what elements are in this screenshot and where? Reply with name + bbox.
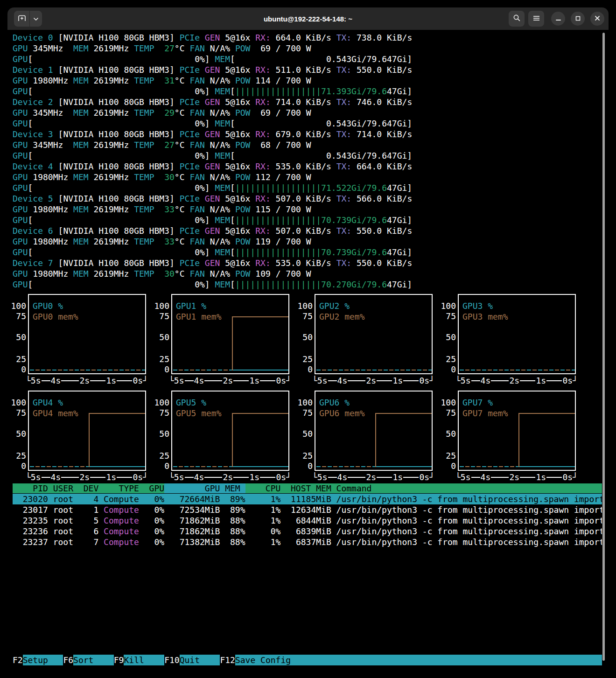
graph-y-tick: 50 [436, 428, 456, 439]
graph-x-tick: 2s [79, 375, 90, 386]
menu-button[interactable] [528, 11, 544, 27]
graph-legend-mem: GPU0 mem% [33, 311, 78, 322]
scrollbar[interactable] [602, 33, 605, 661]
graph-x-axis: └5s4s2s1s0s┘ [312, 472, 434, 482]
device-header-line: Device 1 [NVIDIA H100 80GB HBM3] PCIe GE… [13, 64, 412, 75]
graph-y-tick: 50 [150, 332, 169, 342]
graph-x-tick: 0s┘ [276, 472, 291, 482]
fkey-key-F10: F10 [164, 655, 180, 665]
process-row[interactable]: 23017 root 1 Compute 0% 72534MiB 89% 1% … [13, 504, 602, 515]
graph-x-tick: 2s [509, 375, 519, 386]
graph-x-tick: 4s [194, 375, 204, 386]
graph-x-tick: └5s [26, 472, 41, 482]
close-button[interactable] [590, 12, 604, 26]
graph-x-tick: 2s [223, 472, 233, 482]
new-tab-icon [18, 14, 26, 23]
graph-legend-gpu: GPU3 % [462, 301, 493, 311]
graph-x-tick: 2s [79, 472, 90, 482]
device-clocks-line: GPU 1980MHz MEM 2619MHz TEMP 30°C FAN N/… [13, 268, 412, 279]
graph-legend-gpu: GPU7 % [462, 397, 493, 408]
graph-x-tick: 4s [337, 472, 348, 482]
device-bars-line: GPU[ 0%] MEM[|||||||||||||||||71.393Gi/7… [13, 86, 412, 97]
device-header-line: Device 7 [NVIDIA H100 80GB HBM3] PCIe GE… [13, 258, 412, 268]
graph-y-tick: 100 [150, 301, 169, 311]
graph-x-tick: 4s [481, 472, 491, 482]
fkey-key-F6: F6 [63, 655, 73, 665]
fkey-action-sort[interactable]: Sort [73, 655, 114, 665]
graph-y-tick: 100 [150, 397, 169, 408]
tab-dropdown-button[interactable] [29, 11, 42, 27]
graph-y-tick: 25 [150, 354, 169, 364]
process-row[interactable]: 23236 root 6 Compute 0% 71862MiB 88% 0% … [13, 526, 602, 537]
graph-x-tick: 4s [481, 375, 491, 386]
graph-x-tick: 0s┘ [133, 375, 148, 386]
graph-x-tick: 4s [51, 375, 61, 386]
new-tab-button-group [14, 11, 42, 27]
graph-y-tick: 50 [293, 332, 313, 342]
graph-y-tick: 25 [436, 354, 456, 364]
graph-x-tick: 1s [106, 472, 116, 482]
graph-x-tick: 4s [51, 472, 61, 482]
search-button[interactable] [509, 11, 525, 27]
graph-y-tick: 50 [150, 428, 169, 439]
graph-x-axis: └5s4s2s1s0s┘ [455, 375, 578, 386]
device-bars-line: GPU[ 0%] MEM[|||||||||||||||||70.739Gi/7… [13, 215, 412, 225]
process-row[interactable]: 23237 root 7 Compute 0% 71382MiB 88% 1% … [13, 537, 602, 547]
graph-x-tick: 2s [509, 472, 519, 482]
graph-x-axis: └5s4s2s1s0s┘ [312, 375, 434, 386]
graph-x-axis: └5s4s2s1s0s┘ [169, 375, 291, 386]
device-bars-line: GPU[ 0%] MEM[|||||||||||||||||70.270Gi/7… [13, 279, 412, 290]
graph-x-axis: └5s4s2s1s0s┘ [26, 375, 148, 386]
close-icon [595, 15, 600, 22]
graph-x-tick: 1s [536, 472, 546, 482]
graph-plot-area: GPU0 %GPU0 mem% [28, 294, 146, 374]
graph-y-tick: 50 [7, 332, 26, 342]
graph-y-tick: 50 [293, 428, 313, 439]
fkey-action-save-config[interactable]: Save Config [235, 655, 602, 665]
device-clocks-line: GPU 1980MHz MEM 2619MHz TEMP 30°C FAN N/… [13, 172, 412, 182]
maximize-icon [575, 15, 581, 22]
graph-legend-mem: GPU7 mem% [462, 408, 508, 419]
graph-x-tick: 2s [223, 375, 233, 386]
graph-legend-gpu: GPU5 % [176, 397, 206, 408]
graph-x-tick: └5s [169, 375, 184, 386]
device-header-line: Device 4 [NVIDIA H100 80GB HBM3] PCIe GE… [13, 161, 412, 172]
graph-x-tick: 0s┘ [562, 472, 578, 482]
fkey-action-quit[interactable]: Quit [180, 655, 220, 665]
graph-plot-area: GPU3 %GPU3 mem% [458, 294, 576, 374]
process-row[interactable]: 23235 root 5 Compute 0% 71862MiB 88% 1% … [13, 515, 602, 526]
graph-x-axis: └5s4s2s1s0s┘ [169, 472, 291, 482]
device-bars-line: GPU[ 0%] MEM[ 0.543Gi/79.647Gi] [13, 150, 412, 161]
fkey-action-setup[interactable]: Setup [23, 655, 63, 665]
graph-legend-gpu: GPU0 % [33, 301, 63, 311]
fkey-action-kill[interactable]: Kill [124, 655, 164, 665]
graph-x-tick: 4s [337, 375, 348, 386]
graph-y-tick: 0 [7, 461, 26, 471]
gpu-graph-GPU2: 1007550250GPU2 %GPU2 mem%└5s4s2s1s0s┘ [293, 294, 436, 386]
graph-x-tick: └5s [169, 472, 184, 482]
graph-y-tick: 75 [436, 311, 456, 322]
minimize-button[interactable] [551, 12, 565, 26]
graph-y-tick: 75 [7, 407, 26, 418]
graph-legend-mem: GPU2 mem% [319, 311, 365, 322]
graph-plot-area: GPU5 %GPU5 mem% [171, 391, 289, 471]
minimize-icon [556, 15, 561, 22]
graph-x-tick: 0s┘ [276, 375, 291, 386]
process-row[interactable]: 23020 root 4 Compute 0% 72664MiB 89% 1% … [13, 494, 602, 504]
graph-y-tick: 0 [436, 461, 456, 471]
device-bars-line: GPU[ 0%] MEM[|||||||||||||||||70.739Gi/7… [13, 247, 412, 258]
gpu-graph-GPU7: 1007550250GPU7 %GPU7 mem%└5s4s2s1s0s┘ [436, 391, 579, 483]
maximize-button[interactable] [571, 12, 585, 26]
device-header-line: Device 2 [NVIDIA H100 80GB HBM3] PCIe GE… [13, 97, 412, 107]
graph-x-axis: └5s4s2s1s0s┘ [26, 472, 148, 482]
graph-y-tick: 0 [293, 461, 313, 471]
graph-x-tick: └5s [455, 375, 471, 386]
device-clocks-line: GPU 1980MHz MEM 2619MHz TEMP 33°C FAN N/… [13, 204, 412, 215]
graph-y-tick: 25 [150, 450, 169, 461]
graph-x-tick: 2s [366, 472, 376, 482]
graph-y-tick: 75 [293, 407, 313, 418]
graph-x-tick: └5s [312, 375, 328, 386]
new-tab-button[interactable] [14, 11, 29, 27]
graph-x-tick: 1s [392, 472, 403, 482]
graph-x-tick: └5s [455, 472, 471, 482]
